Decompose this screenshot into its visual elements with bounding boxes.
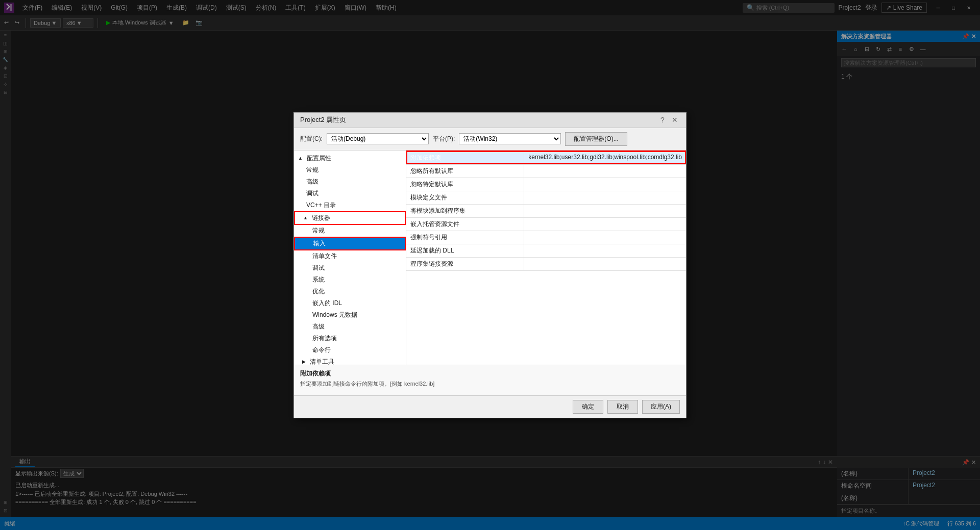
prop-row-6[interactable]: 强制符号引用 [406, 231, 686, 244]
prop-row-3[interactable]: 模块定义文件 [406, 191, 686, 204]
tree-item-13[interactable]: Windows 元数据 [294, 309, 406, 321]
tree-item-12[interactable]: 嵌入的 IDL [294, 297, 406, 309]
tree-item-3[interactable]: 调试 [294, 188, 406, 199]
cancel-button[interactable]: 取消 [607, 400, 638, 414]
tree-item-1[interactable]: 常规 [294, 164, 406, 176]
config-label: 配置(C): [300, 135, 323, 143]
prop-val-1 [524, 164, 686, 178]
tree-item-6[interactable]: 常规 [294, 225, 406, 237]
prop-row-1[interactable]: 忽略所有默认库 [406, 164, 686, 178]
tree-item-4[interactable]: VC++ 目录 [294, 199, 406, 211]
prop-val-2 [524, 178, 686, 191]
platform-select[interactable]: 活动(Win32) [459, 133, 561, 144]
tree-item-5[interactable]: ▲链接器 [294, 211, 406, 225]
prop-key-4: 将模块添加到程序集 [406, 204, 524, 217]
prop-val-4 [524, 204, 686, 217]
tree-item-17[interactable]: ▶清单工具 [294, 356, 406, 365]
properties-dialog: Project2 属性页 ? ✕ 配置(C): 活动(Debug) 平台(P):… [293, 112, 687, 418]
prop-row-4[interactable]: 将模块添加到程序集 [406, 204, 686, 217]
prop-key-6: 强制符号引用 [406, 231, 524, 244]
tree-item-16[interactable]: 命令行 [294, 344, 406, 356]
prop-row-2[interactable]: 忽略特定默认库 [406, 178, 686, 191]
prop-row-7[interactable]: 延迟加载的 DLL [406, 244, 686, 257]
modal-desc-title: 附加依赖项 [300, 369, 680, 378]
modal-close-button[interactable]: ✕ [670, 115, 680, 125]
tree-item-7[interactable]: 输入 [294, 237, 406, 250]
props-table: 附加依赖项kernel32.lib;user32.lib;gdi32.lib;w… [406, 150, 686, 271]
apply-button[interactable]: 应用(A) [642, 400, 680, 414]
prop-val-6 [524, 231, 686, 244]
prop-val-5 [524, 217, 686, 231]
modal-config-row: 配置(C): 活动(Debug) 平台(P): 活动(Win32) 配置管理器(… [294, 128, 686, 150]
modal-props-panel: 附加依赖项kernel32.lib;user32.lib;gdi32.lib;w… [406, 150, 686, 365]
modal-tree: ▲配置属性 常规 高级 调试 VC++ 目录▲链接器 常规 输入 清单文件 调试… [294, 150, 406, 365]
tree-item-11[interactable]: 优化 [294, 286, 406, 297]
tree-item-2[interactable]: 高级 [294, 176, 406, 188]
platform-label: 平台(P): [433, 135, 455, 143]
prop-val-8 [524, 257, 686, 270]
tree-item-15[interactable]: 所有选项 [294, 333, 406, 344]
tree-item-9[interactable]: 调试 [294, 262, 406, 274]
prop-key-0: 附加依赖项 [406, 151, 524, 165]
prop-val-0: kernel32.lib;user32.lib;gdi32.lib;winspo… [524, 151, 686, 165]
prop-key-5: 嵌入托管资源文件 [406, 217, 524, 231]
prop-key-7: 延迟加载的 DLL [406, 244, 524, 257]
prop-row-0[interactable]: 附加依赖项kernel32.lib;user32.lib;gdi32.lib;w… [406, 151, 686, 165]
tree-item-10[interactable]: 系统 [294, 274, 406, 286]
prop-key-8: 程序集链接资源 [406, 257, 524, 270]
tree-item-8[interactable]: 清单文件 [294, 250, 406, 262]
modal-desc-text: 指定要添加到链接命令行的附加项。[例如 kernel32.lib] [300, 380, 680, 388]
modal-footer: 确定 取消 应用(A) [294, 395, 686, 418]
modal-body: ▲配置属性 常规 高级 调试 VC++ 目录▲链接器 常规 输入 清单文件 调试… [294, 150, 686, 365]
tree-item-14[interactable]: 高级 [294, 321, 406, 333]
prop-key-1: 忽略所有默认库 [406, 164, 524, 178]
ok-button[interactable]: 确定 [573, 400, 603, 414]
tree-item-0[interactable]: ▲配置属性 [294, 153, 406, 164]
config-select[interactable]: 活动(Debug) [327, 133, 429, 144]
prop-val-3 [524, 191, 686, 204]
prop-key-3: 模块定义文件 [406, 191, 524, 204]
prop-val-7 [524, 244, 686, 257]
prop-row-5[interactable]: 嵌入托管资源文件 [406, 217, 686, 231]
modal-title-controls: ? ✕ [657, 115, 680, 125]
prop-row-8[interactable]: 程序集链接资源 [406, 257, 686, 270]
modal-help-button[interactable]: ? [657, 115, 668, 125]
config-manager-button[interactable]: 配置管理器(O)... [565, 132, 627, 146]
modal-title: Project2 属性页 [300, 115, 346, 124]
modal-description: 附加依赖项 指定要添加到链接命令行的附加项。[例如 kernel32.lib] [294, 365, 686, 395]
modal-overlay: Project2 属性页 ? ✕ 配置(C): 活动(Debug) 平台(P):… [0, 0, 980, 530]
prop-key-2: 忽略特定默认库 [406, 178, 524, 191]
modal-title-bar: Project2 属性页 ? ✕ [294, 113, 686, 128]
